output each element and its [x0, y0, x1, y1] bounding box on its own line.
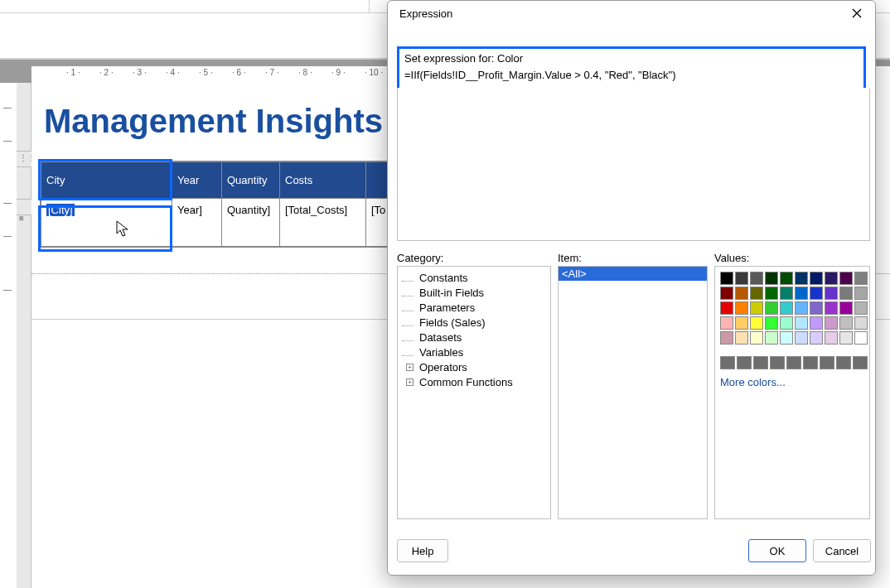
close-button[interactable]	[844, 2, 870, 24]
item-selected[interactable]: <All>	[559, 267, 707, 281]
color-swatch[interactable]	[825, 316, 838, 330]
color-swatch[interactable]	[854, 331, 868, 345]
color-swatch[interactable]	[839, 331, 853, 345]
color-swatch[interactable]	[780, 316, 793, 330]
category-label-text: Common Functions	[419, 376, 513, 388]
expression-dialog: Expression Set expression for: Color Cat…	[387, 0, 876, 576]
color-swatch[interactable]	[795, 331, 808, 345]
color-swatch[interactable]	[825, 331, 838, 345]
category-item[interactable]: Datasets	[401, 330, 550, 345]
color-swatch[interactable]	[765, 301, 778, 315]
table-header-cell[interactable]: Costs	[280, 162, 366, 199]
category-item[interactable]: Parameters	[401, 300, 550, 315]
color-swatch[interactable]	[839, 287, 853, 300]
expand-icon[interactable]: +	[406, 364, 414, 371]
color-swatch[interactable]	[765, 287, 778, 300]
color-swatch[interactable]	[854, 316, 868, 330]
color-swatch[interactable]	[839, 301, 853, 315]
color-swatch[interactable]	[820, 356, 834, 369]
table-data-cell[interactable]: Quantity]	[222, 199, 280, 247]
color-swatch[interactable]	[720, 331, 733, 345]
color-swatch[interactable]	[750, 316, 763, 330]
category-item[interactable]: +Operators	[401, 359, 550, 374]
color-swatch[interactable]	[720, 316, 733, 330]
table-header-cell[interactable]: Quantity	[222, 162, 280, 199]
category-label-text: Operators	[419, 361, 467, 374]
color-swatch[interactable]	[810, 287, 823, 300]
color-swatch[interactable]	[765, 316, 778, 330]
close-icon	[852, 8, 862, 18]
color-swatch[interactable]	[825, 301, 838, 315]
color-swatch[interactable]	[810, 301, 823, 315]
expression-editor-body[interactable]	[397, 88, 870, 241]
color-swatch[interactable]	[810, 331, 823, 345]
color-swatch[interactable]	[765, 272, 778, 285]
category-listbox[interactable]: ConstantsBuilt-in FieldsParametersFields…	[397, 266, 551, 519]
color-swatch[interactable]	[795, 272, 808, 285]
expand-icon[interactable]: +	[406, 378, 414, 386]
color-swatch[interactable]	[853, 356, 868, 369]
color-swatch[interactable]	[750, 272, 763, 285]
ruler-tick: · 8 ·	[298, 68, 312, 77]
category-item[interactable]: +Common Functions	[401, 374, 550, 389]
color-swatch[interactable]	[735, 287, 748, 300]
color-swatch[interactable]	[810, 272, 823, 285]
color-swatch[interactable]	[839, 316, 853, 330]
color-swatch[interactable]	[836, 356, 851, 369]
color-swatch[interactable]	[780, 272, 793, 285]
category-label-text: Constants	[419, 272, 468, 284]
color-swatch[interactable]	[720, 356, 735, 369]
category-item[interactable]: Constants	[401, 270, 550, 285]
color-swatch[interactable]	[780, 287, 793, 300]
table-header-cell[interactable]: City	[41, 162, 172, 199]
category-label-text: Fields (Sales)	[419, 316, 485, 329]
item-listbox[interactable]: <All>	[558, 266, 708, 519]
table-data-cell[interactable]: Year]	[172, 199, 222, 247]
more-colors-link[interactable]: More colors...	[715, 371, 869, 388]
selected-field-token[interactable]: [City]	[46, 204, 75, 216]
report-title[interactable]: Management Insights	[44, 103, 383, 140]
color-swatch[interactable]	[735, 272, 748, 285]
ruler-tick: · 1 ·	[66, 68, 80, 77]
color-swatch[interactable]	[825, 272, 838, 285]
color-swatch[interactable]	[720, 301, 733, 315]
color-swatch[interactable]	[854, 301, 868, 315]
color-swatch[interactable]	[839, 272, 853, 285]
color-swatch[interactable]	[786, 356, 801, 369]
color-swatch[interactable]	[735, 331, 748, 345]
category-label-text: Built-in Fields	[419, 287, 484, 299]
color-swatch[interactable]	[737, 356, 752, 369]
color-swatch[interactable]	[720, 287, 733, 300]
cancel-button[interactable]: Cancel	[813, 539, 871, 562]
color-swatch[interactable]	[795, 287, 808, 300]
ok-button[interactable]: OK	[748, 539, 806, 562]
color-swatch[interactable]	[803, 356, 818, 369]
category-item[interactable]: Fields (Sales)	[401, 315, 550, 330]
expression-input[interactable]	[404, 66, 859, 83]
color-swatch[interactable]	[765, 331, 778, 345]
category-item[interactable]: Built-in Fields	[401, 285, 550, 300]
color-swatch[interactable]	[854, 287, 868, 300]
color-swatch[interactable]	[795, 316, 808, 330]
category-item[interactable]: Variables	[401, 345, 550, 359]
color-swatch[interactable]	[750, 287, 763, 300]
color-swatch[interactable]	[735, 316, 748, 330]
color-swatch[interactable]	[735, 301, 748, 315]
color-swatch[interactable]	[854, 272, 868, 285]
color-swatch[interactable]	[810, 316, 823, 330]
color-swatch[interactable]	[780, 301, 793, 315]
color-swatch[interactable]	[753, 356, 768, 369]
help-button[interactable]: Help	[397, 539, 448, 562]
color-swatch[interactable]	[795, 301, 808, 315]
color-swatch[interactable]	[750, 301, 763, 315]
table-header-cell[interactable]: Year	[172, 162, 222, 199]
color-swatch[interactable]	[770, 356, 785, 369]
color-swatch[interactable]	[780, 331, 793, 345]
color-swatch[interactable]	[720, 272, 733, 285]
color-swatch[interactable]	[825, 287, 838, 300]
color-swatch[interactable]	[750, 331, 763, 345]
report-table[interactable]: CityYearQuantityCosts[City]Year]Quantity…	[40, 161, 397, 248]
table-data-cell[interactable]: [City]	[41, 199, 172, 247]
ruler-tick: · 5 ·	[199, 68, 213, 77]
table-data-cell[interactable]: [Total_Costs]	[280, 199, 366, 247]
